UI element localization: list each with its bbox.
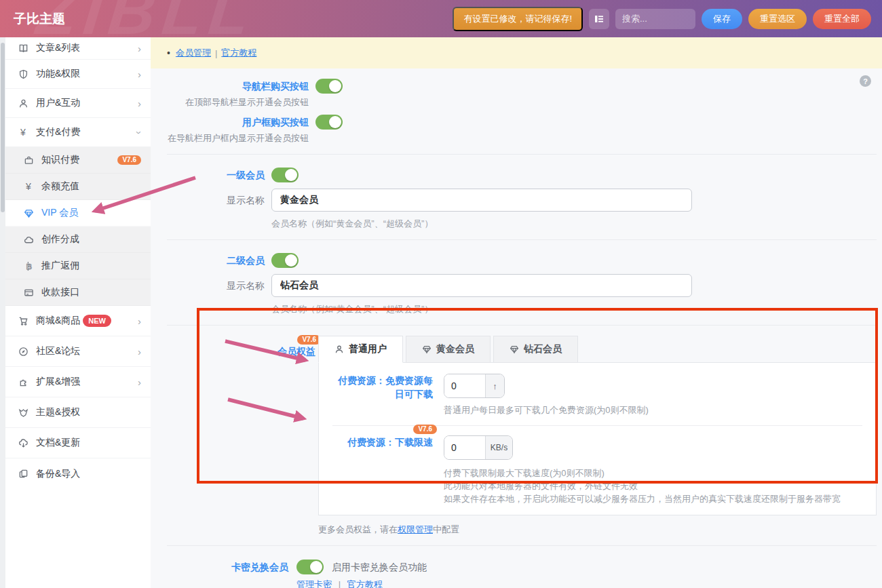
card-redeem-links: 管理卡密 | 官方教程 [296, 579, 877, 588]
sidebar-item-label: 创作分成 [41, 233, 141, 246]
fox-icon [18, 407, 28, 418]
free-daily-download-input[interactable] [444, 374, 485, 397]
chevron-right-icon: › [138, 347, 141, 357]
tab-label: 普通用户 [349, 343, 387, 355]
setting-label: 会员权益 [277, 346, 315, 357]
sidebar-item-label: 用户&互动 [36, 97, 138, 109]
chevron-right-icon: › [138, 43, 141, 54]
version-badge: V7.6 [117, 155, 141, 165]
sidebar-item-label: 推广返佣 [41, 260, 141, 272]
cloud-download-icon [18, 437, 28, 448]
download-speed-limit-field: KB/s [444, 435, 513, 460]
unsaved-changes-notice-button[interactable]: 有设置已修改，请记得保存! [453, 7, 583, 31]
level2-toggle[interactable] [271, 253, 299, 268]
new-badge: NEW [83, 315, 111, 327]
chevron-right-icon: › [138, 98, 141, 109]
reset-all-button[interactable]: 重置全部 [813, 9, 871, 29]
sidebar-item-community[interactable]: 社区&论坛 › [5, 336, 151, 367]
bitcoin-icon: B [23, 260, 34, 271]
sidebar-item-payment[interactable]: ¥ 支付&付费 › [5, 118, 151, 147]
hint-line: 付费下载限制最大下载速度(为0则不限制) [444, 467, 841, 479]
briefcase-icon [23, 155, 34, 165]
page-scrollbar-thumb[interactable] [1, 43, 5, 212]
navbar-buy-toggle[interactable] [315, 79, 343, 94]
permission-management-link[interactable]: 权限管理 [398, 524, 433, 534]
toggle-side-text: 启用卡密兑换会员功能 [332, 560, 427, 574]
chevron-right-icon: › [138, 69, 141, 79]
settings-sidebar: 文章&列表 › 功能&权限 › 用户&互动 › ¥ 支付&付费 › [5, 37, 151, 588]
display-name-label: 显示名称 [167, 274, 265, 297]
sidebar-item-shop[interactable]: 商城&商品NEW › [5, 306, 151, 336]
userbox-buy-toggle[interactable] [315, 115, 343, 130]
chevron-right-icon: › [138, 377, 141, 387]
download-speed-limit-label: 付费资源：下载限速 V7.6 [335, 435, 433, 449]
sidebar-item-extensions[interactable]: 扩展&增强 › [5, 367, 151, 397]
member-rights-tabs: 普通用户 黄金会员 钻石会员 [318, 336, 877, 363]
member-management-link[interactable]: 会员管理 [176, 47, 211, 59]
yen-icon: ¥ [23, 181, 34, 192]
book-icon [18, 43, 28, 54]
sidebar-item-docs-update[interactable]: 文档&更新 [5, 428, 151, 458]
setting-label: 导航栏购买按钮 [167, 79, 309, 94]
help-icon[interactable]: ? [860, 75, 871, 87]
level2-name-input[interactable] [271, 274, 692, 297]
svg-text:B: B [26, 262, 31, 270]
hint-line: 如果文件存在本地，开启此功能还可以减少服务器压力，当然用户的真实下载速度还限制于… [444, 492, 841, 505]
page-scrollbar-track[interactable] [0, 37, 5, 588]
copy-icon [18, 469, 28, 479]
chevron-right-icon: › [138, 316, 141, 326]
input-hint: 普通用户每日最多可下载几个免费资源(为0则不限制) [444, 404, 649, 416]
setting-label: 一级会员 [167, 168, 265, 182]
user-icon [18, 98, 28, 109]
card-redeem-toggle[interactable] [296, 560, 324, 574]
setting-label: 用户框购买按钮 [167, 115, 309, 130]
bullet: • [167, 47, 170, 58]
save-button[interactable]: 保存 [702, 9, 742, 29]
sidebar-item-label: 收款接口 [41, 286, 141, 298]
setting-label: 卡密兑换会员 [167, 560, 288, 574]
tab-gold-member[interactable]: 黄金会员 [406, 336, 491, 363]
sidebar-subitem-creation-share[interactable]: 创作分成 [5, 227, 151, 253]
official-tutorial-link[interactable]: 官方教程 [221, 47, 256, 59]
free-daily-download-label: 付费资源：免费资源每日可下载 [335, 374, 433, 401]
tab-normal-user[interactable]: 普通用户 [318, 336, 403, 363]
sidebar-item-label: 社区&论坛 [36, 345, 138, 357]
user-icon [334, 345, 344, 354]
sidebar-subitem-balance-recharge[interactable]: ¥ 余额充值 [5, 174, 151, 200]
top-header-bar: ZIBLL 子比主题 有设置已修改，请记得保存! 保存 重置选区 重置全部 [0, 0, 882, 37]
sidebar-item-label: 商城&商品NEW [36, 315, 138, 327]
official-tutorial-link[interactable]: 官方教程 [347, 579, 383, 588]
stepper-up-icon[interactable]: ↑ [485, 374, 504, 397]
section-level1-member: 一级会员 显示名称 会员名称（例如“黄金会员”、“超级会员”） [167, 154, 877, 239]
section-member-rights: 会员权益 V7.6 普通用户 [167, 325, 877, 545]
manage-cards-link[interactable]: 管理卡密 [296, 579, 332, 588]
section-level2-member: 二级会员 显示名称 会员名称（例如“黄金会员”、“超级会员”） [167, 239, 877, 325]
sidebar-item-label: 主题&授权 [36, 406, 141, 418]
level1-name-input[interactable] [271, 189, 692, 212]
sidebar-item-backup-import[interactable]: 备份&导入 [5, 458, 151, 489]
search-input[interactable] [615, 9, 695, 29]
sidebar-item-permissions[interactable]: 功能&权限 › [5, 60, 151, 89]
toc-icon [594, 14, 605, 24]
reset-selection-button[interactable]: 重置选区 [748, 9, 807, 29]
tab-label: 钻石会员 [524, 343, 562, 355]
sidebar-item-theme-license[interactable]: 主题&授权 [5, 397, 151, 428]
sidebar-item-label: 扩展&增强 [36, 376, 138, 388]
section-buy-buttons: 导航栏购买按钮 在顶部导航栏显示开通会员按钮 用户框购买按钮 在导航栏用户框内显… [167, 68, 877, 154]
compass-icon [18, 346, 28, 357]
sidebar-subitem-promotion-rebate[interactable]: B 推广返佣 [5, 253, 151, 279]
sidebar-item-users[interactable]: 用户&互动 › [5, 89, 151, 118]
collapse-menu-icon-button[interactable] [589, 9, 609, 29]
download-speed-limit-input[interactable] [444, 436, 485, 459]
sidebar-item-articles[interactable]: 文章&列表 › [5, 37, 151, 60]
tab-diamond-member[interactable]: 钻石会员 [493, 336, 578, 363]
level1-toggle[interactable] [271, 168, 299, 182]
sidebar-subitem-vip-member[interactable]: VIP 会员 [5, 200, 151, 227]
sidebar-item-label: VIP 会员 [41, 207, 141, 219]
sidebar-subitem-paid-knowledge[interactable]: 知识付费 V7.6 [5, 147, 151, 174]
sidebar-subitem-payment-gateway[interactable]: 收款接口 [5, 279, 151, 306]
display-name-label: 显示名称 [167, 189, 265, 212]
zibll-watermark: ZIBLL [33, 0, 259, 37]
setting-description: 在导航栏用户框内显示开通会员按钮 [167, 132, 309, 144]
free-daily-download-stepper: ↑ [444, 374, 505, 398]
